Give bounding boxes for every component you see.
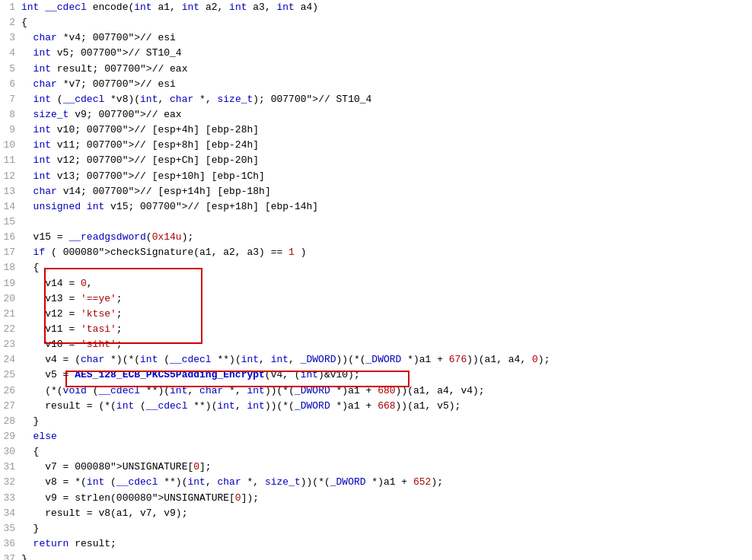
line-number: 16 (0, 230, 21, 245)
code-line: 37} (0, 552, 752, 560)
line-number: 6 (0, 77, 21, 92)
line-number: 19 (0, 276, 21, 291)
code-line: 11 int v12; 007700">// [esp+Ch] [ebp-20h… (0, 153, 752, 168)
line-number: 35 (0, 521, 21, 536)
code-line: 1int __cdecl encode(int a1, int a2, int … (0, 0, 752, 15)
line-content: } (21, 552, 752, 560)
line-content: int result; 007700">// eax (21, 62, 752, 77)
code-line: 5 int result; 007700">// eax (0, 62, 752, 77)
line-content: int v12; 007700">// [esp+Ch] [ebp-20h] (21, 153, 752, 168)
line-content: (*(void (__cdecl **)(int, char *, int))(… (21, 383, 752, 399)
line-content: return result; (21, 536, 752, 552)
line-number: 17 (0, 245, 21, 260)
line-content: v8 = *(int (__cdecl **)(int, char *, siz… (21, 475, 752, 490)
line-content: { (21, 260, 752, 275)
code-line: 14 unsigned int v15; 007700">// [esp+18h… (0, 199, 752, 215)
line-number: 10 (0, 138, 21, 153)
code-line: 16 v15 = __readgsdword(0x14u); (0, 230, 752, 245)
code-line: 6 char *v7; 007700">// esi (0, 77, 752, 92)
code-line: 4 int v5; 007700">// ST10_4 (0, 46, 752, 61)
line-number: 27 (0, 399, 21, 414)
line-number: 4 (0, 46, 21, 61)
code-line: 24 v4 = (char *)(*(int (__cdecl **)(int,… (0, 352, 752, 368)
line-number: 14 (0, 199, 21, 215)
line-content: else (21, 429, 752, 444)
code-line: 22 v11 = 'tasi'; (0, 322, 752, 337)
code-line: 10 int v11; 007700">// [esp+8h] [ebp-24h… (0, 138, 752, 153)
line-content: { (21, 444, 752, 460)
code-line: 19 v14 = 0, (0, 276, 752, 291)
code-line: 25 v5 = AES_128_ECB_PKCS5Padding_Encrypt… (0, 368, 752, 383)
line-content: v4 = (char *)(*(int (__cdecl **)(int, in… (21, 352, 752, 368)
line-number: 9 (0, 123, 21, 138)
line-number: 18 (0, 260, 21, 275)
line-number: 23 (0, 337, 21, 352)
line-number: 12 (0, 169, 21, 184)
line-number: 24 (0, 352, 21, 368)
line-number: 28 (0, 414, 21, 429)
line-content: int (__cdecl *v8)(int, char *, size_t); … (21, 92, 752, 107)
code-line: 9 int v10; 007700">// [esp+4h] [ebp-28h] (0, 123, 752, 138)
line-content: int v5; 007700">// ST10_4 (21, 46, 752, 61)
code-line: 36 return result; (0, 536, 752, 552)
line-content: char v14; 007700">// [esp+14h] [ebp-18h] (21, 184, 752, 199)
code-view: 1int __cdecl encode(int a1, int a2, int … (0, 0, 752, 560)
line-content: v15 = __readgsdword(0x14u); (21, 230, 752, 245)
code-line: 33 v9 = strlen(000080">UNSIGNATURE[0]); (0, 491, 752, 506)
line-content: char *v7; 007700">// esi (21, 77, 752, 92)
line-content: int v11; 007700">// [esp+8h] [ebp-24h] (21, 138, 752, 153)
code-line: 12 int v13; 007700">// [esp+10h] [ebp-1C… (0, 169, 752, 184)
line-number: 33 (0, 491, 21, 506)
line-number: 26 (0, 383, 21, 399)
line-number: 20 (0, 291, 21, 307)
code-line: 15 (0, 215, 752, 230)
code-line: 2{ (0, 15, 752, 30)
code-line: 23 v10 = 'siht'; (0, 337, 752, 352)
code-line: 7 int (__cdecl *v8)(int, char *, size_t)… (0, 92, 752, 107)
line-content: v11 = 'tasi'; (21, 322, 752, 337)
line-number: 29 (0, 429, 21, 444)
line-content: size_t v9; 007700">// eax (21, 107, 752, 123)
line-number: 5 (0, 62, 21, 77)
line-number: 2 (0, 15, 21, 30)
line-content: } (21, 414, 752, 429)
line-number: 30 (0, 444, 21, 460)
line-number: 8 (0, 107, 21, 123)
line-number: 32 (0, 475, 21, 490)
line-content: v13 = '==ye'; (21, 291, 752, 307)
line-content: { (21, 15, 752, 30)
code-line: 29 else (0, 429, 752, 444)
code-line: 35 } (0, 521, 752, 536)
line-content: int __cdecl encode(int a1, int a2, int a… (21, 0, 752, 15)
code-line: 21 v12 = 'ktse'; (0, 307, 752, 322)
code-line: 18 { (0, 260, 752, 275)
code-line: 30 { (0, 444, 752, 460)
line-content: v5 = AES_128_ECB_PKCS5Padding_Encrypt(v4… (21, 368, 752, 383)
line-content: int v10; 007700">// [esp+4h] [ebp-28h] (21, 123, 752, 138)
line-number: 36 (0, 536, 21, 552)
line-number: 34 (0, 506, 21, 521)
line-content: } (21, 521, 752, 536)
code-line: 34 result = v8(a1, v7, v9); (0, 506, 752, 521)
line-content: int v13; 007700">// [esp+10h] [ebp-1Ch] (21, 169, 752, 184)
line-number: 37 (0, 552, 21, 560)
line-number: 1 (0, 0, 21, 15)
line-content: v14 = 0, (21, 276, 752, 291)
line-content: v12 = 'ktse'; (21, 307, 752, 322)
code-line: 26 (*(void (__cdecl **)(int, char *, int… (0, 383, 752, 399)
line-number: 11 (0, 153, 21, 168)
code-line: 32 v8 = *(int (__cdecl **)(int, char *, … (0, 475, 752, 490)
line-number: 31 (0, 460, 21, 475)
line-content: v10 = 'siht'; (21, 337, 752, 352)
code-line: 3 char *v4; 007700">// esi (0, 30, 752, 46)
line-content: v9 = strlen(000080">UNSIGNATURE[0]); (21, 491, 752, 506)
line-number: 22 (0, 322, 21, 337)
line-content: result = v8(a1, v7, v9); (21, 506, 752, 521)
code-line: 13 char v14; 007700">// [esp+14h] [ebp-1… (0, 184, 752, 199)
line-number: 15 (0, 215, 21, 230)
code-line: 28 } (0, 414, 752, 429)
line-content: result = (*(int (__cdecl **)(int, int))(… (21, 399, 752, 414)
code-line: 8 size_t v9; 007700">// eax (0, 107, 752, 123)
line-content: char *v4; 007700">// esi (21, 30, 752, 46)
line-number: 21 (0, 307, 21, 322)
